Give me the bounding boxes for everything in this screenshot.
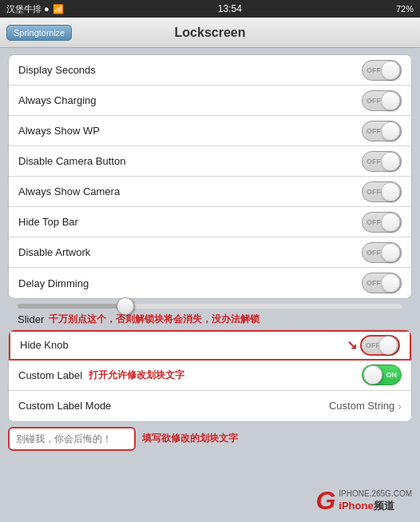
always-show-camera-toggle[interactable]: OFF bbox=[362, 181, 402, 202]
row-label: Always Charging bbox=[18, 94, 97, 106]
row-label: Always Show WP bbox=[18, 125, 100, 137]
slider-label-row: Slider 千万别点这个，否则解锁块将会消失，没办法解锁 bbox=[8, 312, 412, 329]
always-show-wp-toggle[interactable]: OFF bbox=[362, 121, 402, 141]
table-row: Disable Artwork OFF bbox=[9, 237, 411, 268]
chevron-right-icon: › bbox=[398, 400, 402, 412]
row-label: Delay Dimming bbox=[18, 277, 89, 289]
status-battery: 72% bbox=[396, 4, 414, 14]
slider-thumb[interactable] bbox=[117, 297, 134, 315]
toggle-knob bbox=[378, 336, 398, 355]
row-label: Always Show Camera bbox=[18, 185, 120, 197]
table-row: Display Seconds OFF bbox=[9, 55, 411, 86]
hide-top-bar-toggle[interactable]: OFF bbox=[362, 212, 402, 233]
custom-label-row: Custom Label 打开允许修改划块文字 ON bbox=[9, 361, 411, 391]
slider-track-container bbox=[0, 299, 420, 312]
slider-warning-text: 千万别点这个，否则解锁块将会消失，没办法解锁 bbox=[49, 313, 260, 326]
always-charging-toggle[interactable]: OFF bbox=[362, 90, 402, 111]
always-show-camera-row: Always Show Camera OFF bbox=[9, 177, 411, 207]
status-bar: 汉堡牛排 ● 📶 13:54 72% bbox=[0, 0, 420, 18]
custom-label-mode-label: Custom Label Mode bbox=[18, 400, 111, 412]
toggle-knob bbox=[381, 182, 400, 201]
slider-track[interactable] bbox=[18, 304, 402, 309]
wifi-icon: 📶 bbox=[53, 4, 64, 14]
toggle-knob bbox=[381, 243, 400, 262]
status-left: 汉堡牛排 ● 📶 bbox=[6, 3, 64, 15]
row-label: Hide Top Bar bbox=[18, 216, 78, 228]
custom-label-mode-row[interactable]: Custom Label Mode Custom String › bbox=[9, 391, 411, 421]
hide-knob-label: Hide Knob bbox=[20, 339, 69, 351]
toggle-knob bbox=[381, 122, 400, 141]
carrier-text: 汉堡牛排 ● bbox=[6, 3, 50, 15]
table-row: Disable Camera Button OFF bbox=[9, 146, 411, 177]
toggle-knob bbox=[381, 91, 400, 110]
table-row: Hide Top Bar OFF bbox=[9, 207, 411, 237]
watermark-g-letter: G bbox=[315, 486, 335, 516]
toggle-knob bbox=[381, 152, 400, 171]
watermark-url: IPHONE.265G.COM bbox=[339, 489, 412, 498]
status-time: 13:54 bbox=[218, 3, 242, 14]
slider-settings-list: Hide Knob ↘ OFF Custom Label 打开允许修改划块文字 … bbox=[8, 329, 412, 422]
custom-label-annotation: 打开允许修改划块文字 bbox=[89, 369, 355, 382]
top-settings-list: Display Seconds OFF Always Charging OFF … bbox=[8, 54, 412, 299]
row-label: Display Seconds bbox=[18, 64, 96, 76]
delay-dimming-toggle[interactable]: OFF bbox=[362, 273, 402, 293]
watermark-brand: iPhone频道 bbox=[339, 498, 412, 513]
arrow-down-icon: ↘ bbox=[347, 337, 357, 353]
watermark-iphone-text: iPhone bbox=[339, 500, 373, 512]
table-row: Always Show WP OFF bbox=[9, 116, 411, 146]
toggle-knob bbox=[381, 213, 400, 232]
disable-camera-button-toggle[interactable]: OFF bbox=[362, 151, 402, 172]
custom-label-input[interactable] bbox=[8, 427, 136, 451]
hide-knob-row: Hide Knob ↘ OFF bbox=[9, 330, 411, 361]
custom-input-row: 填写欲修改的划块文字 bbox=[8, 427, 412, 451]
custom-label-toggle[interactable]: ON bbox=[362, 365, 402, 385]
table-row: Always Charging OFF bbox=[9, 86, 411, 116]
display-seconds-toggle[interactable]: OFF bbox=[362, 60, 402, 81]
watermark-channel-text: 频道 bbox=[374, 500, 394, 512]
toggle-knob bbox=[381, 61, 400, 80]
row-label: Disable Camera Button bbox=[18, 155, 125, 167]
disable-artwork-toggle[interactable]: OFF bbox=[362, 242, 402, 263]
watermark: G IPHONE.265G.COM iPhone频道 bbox=[315, 486, 412, 516]
nav-title: Lockscreen bbox=[175, 26, 246, 40]
hide-knob-toggle[interactable]: OFF bbox=[360, 335, 400, 356]
back-button[interactable]: Springtomize bbox=[6, 25, 72, 41]
custom-label-label: Custom Label bbox=[18, 369, 82, 381]
slider-label: Slider bbox=[18, 313, 44, 325]
row-label: Disable Artwork bbox=[18, 246, 90, 258]
nav-bar: Springtomize Lockscreen bbox=[0, 18, 420, 48]
custom-input-annotation: 填写欲修改的划块文字 bbox=[142, 432, 238, 445]
toggle-knob bbox=[363, 365, 382, 385]
table-row: Delay Dimming OFF bbox=[9, 268, 411, 298]
toggle-knob bbox=[381, 273, 400, 293]
custom-label-mode-value: Custom String bbox=[329, 400, 394, 412]
